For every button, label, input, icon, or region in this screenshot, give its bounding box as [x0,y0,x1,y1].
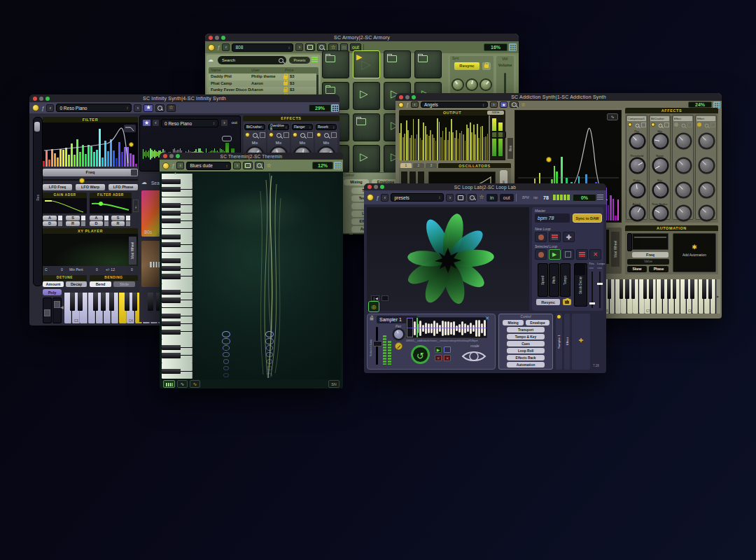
piano-key-black[interactable] [620,279,623,299]
osc-tab-2[interactable]: 2 [413,163,424,168]
xy-octave[interactable]: 0 [61,267,63,273]
affect-knob[interactable] [631,206,644,220]
phase-button[interactable]: Phase [649,266,668,272]
filter-attack-value[interactable] [104,216,108,220]
close-icon[interactable] [368,185,372,189]
kb-scroll-right[interactable]: ▶ [717,279,720,314]
save-preset-icon[interactable] [456,194,465,202]
fx-power-icon[interactable] [316,132,321,137]
minimize-icon[interactable] [215,36,219,40]
new-loop-record-icon[interactable] [535,232,547,242]
gain-sustain-value[interactable] [81,216,85,220]
gain-attack-value[interactable] [58,216,62,220]
prev-preset-button[interactable]: ‹ [222,43,230,51]
lfo-phase-button[interactable]: LFO Phase [108,184,138,190]
filter-sustain-button[interactable]: S [111,216,125,220]
tempo-slider[interactable]: Tempo [560,263,570,297]
piano-key-black[interactable] [162,369,181,374]
speed-slider[interactable]: Speed [538,263,548,297]
search-input[interactable]: Search [218,56,286,64]
fx-zoom-icon[interactable] [324,133,329,138]
lfo-position-dot[interactable] [79,178,85,183]
loop-cell-button[interactable]: ◎ [368,301,379,312]
preset-dropdown[interactable]: presets↕ [391,193,444,202]
favorite-icon[interactable]: ☆ [521,102,525,107]
piano-key-black[interactable] [162,234,181,239]
piano-key-black[interactable] [78,293,83,311]
filter-decay-value[interactable] [104,221,108,226]
xy-val[interactable]: 0 [96,267,98,273]
theremin-keyboard[interactable] [162,174,192,379]
piano-key-black[interactable] [702,279,706,299]
osc-tab-1[interactable]: 1 [400,163,412,168]
table-row[interactable]: Daddy PhilPhilip theme$3 [209,74,318,80]
power-icon[interactable] [367,194,374,201]
close-waveform-icon[interactable]: ✕ [485,316,489,321]
affect-knob[interactable] [654,206,667,220]
filter-sustain-value[interactable] [126,216,130,220]
kb-scroll-up-icon[interactable]: ▲ [174,171,177,175]
none-button[interactable]: none [487,111,504,115]
piano-key-black[interactable] [708,279,712,299]
sampler-fader-handle[interactable] [373,341,382,346]
next-preset-button[interactable]: › [295,43,303,51]
zoom-icon[interactable] [221,36,225,40]
fx-box-icon[interactable] [664,122,669,127]
auto-mini-slider[interactable] [627,233,632,251]
output-fader-handle[interactable] [491,131,506,139]
menu-item-mixing[interactable]: Mixing [503,320,524,326]
favorite-box-icon[interactable]: ★ [144,104,153,112]
theremin-titlebar[interactable]: SC Theremin|2-SC Theremin [160,153,343,160]
fx-zoom-icon[interactable] [636,124,640,128]
menu-item-automation[interactable]: Automation [507,362,545,368]
affect-knob[interactable] [677,206,690,220]
fx-box-icon[interactable] [331,132,337,138]
piano-key-black[interactable] [148,293,153,311]
auto-curve-display[interactable] [632,233,668,250]
col-header-price[interactable]: Price [285,67,313,74]
table-row[interactable]: Phat CampAaron$3 [209,80,318,88]
sample-pad[interactable]: ▷ [353,82,380,110]
sampler-waveform-box[interactable] [406,317,487,338]
affect-name[interactable]: BitCrusher [650,116,669,121]
fx-box-icon[interactable] [307,132,313,138]
piano-key-black[interactable] [643,279,647,299]
list-view-icon[interactable] [312,57,318,63]
piano-key-black[interactable] [661,279,664,299]
gain-release-value[interactable] [81,221,85,226]
fx-box-icon[interactable] [284,132,289,138]
sample-pad[interactable]: ▶▷ [353,50,380,78]
lock-icon[interactable] [482,62,491,70]
prev-preset-button[interactable]: ‹ [152,119,160,127]
fx-box-icon[interactable] [641,122,646,127]
add-effect-panel[interactable]: ✚ [572,314,590,370]
next-preset-button[interactable]: › [220,119,228,127]
affect-name[interactable]: Effect [673,116,692,121]
new-loop-stack-icon[interactable] [549,232,561,242]
sample-pad[interactable] [414,50,442,78]
minimize-icon[interactable] [169,154,174,158]
bpm-display[interactable]: bpm 78 [535,214,570,223]
fx-power-icon[interactable] [674,122,678,127]
favorite-box-icon[interactable]: ★ [500,102,507,108]
fx-zoom-icon[interactable] [253,133,258,138]
stop-icon[interactable] [382,295,388,301]
piano-key-black[interactable] [162,242,181,247]
prev-preset-button[interactable]: ‹ [46,104,54,112]
midi-in-button[interactable]: in [486,194,498,202]
layout-grid-icon[interactable] [331,104,339,112]
piano-key-black[interactable] [608,279,611,299]
piano-key-black[interactable] [109,293,114,311]
filter-attack-button[interactable]: A [90,216,103,220]
fx-power-icon[interactable] [269,132,274,137]
fx-zoom-icon[interactable] [300,133,305,138]
mod-wheel-strip[interactable]: Mod Wheel [611,232,620,267]
prev-preset-button[interactable]: ‹ [176,162,184,169]
delete-icon[interactable]: ✕ [435,355,442,361]
env-link-icon[interactable]: ⤓ [133,200,139,212]
piano-key-black[interactable] [162,218,181,223]
new-loop-add-icon[interactable]: ✚ [563,232,575,242]
menu-icon[interactable] [597,195,603,200]
next-preset-button[interactable]: › [134,104,141,112]
fx-zoom-icon[interactable] [682,124,686,128]
